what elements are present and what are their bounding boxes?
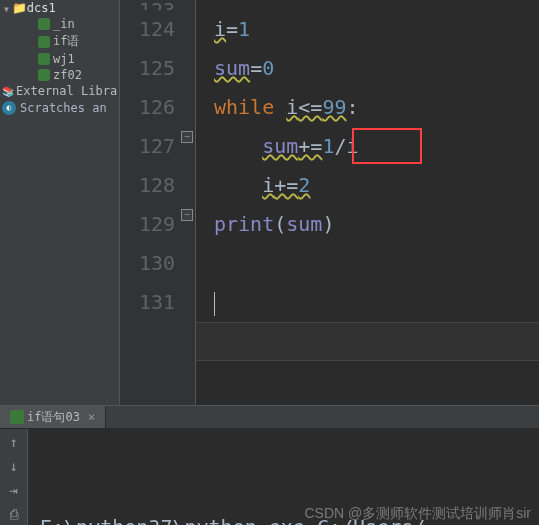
gutter[interactable]: 123 124 125 126 − 127 128 − 129 130 131 <box>120 0 196 405</box>
file-label: _in <box>53 17 75 31</box>
tree-file-wj1[interactable]: wj1 <box>0 51 119 67</box>
code-line-131 <box>214 283 539 322</box>
line-number: 125 <box>120 49 175 88</box>
watermark: CSDN @多测师软件测试培训师肖sir <box>304 505 531 523</box>
code-line-127: sum+=1/i <box>214 127 539 166</box>
text-cursor <box>214 292 215 316</box>
line-number: 131 <box>120 283 175 322</box>
library-icon <box>2 84 16 98</box>
lib-label: External Libra <box>16 84 117 98</box>
python-file-icon <box>38 69 50 81</box>
fold-end-icon[interactable]: − <box>181 209 193 221</box>
tree-file-zf02[interactable]: zf02 <box>0 67 119 83</box>
scroll-down-button[interactable]: ↓ <box>5 457 23 475</box>
expand-icon[interactable] <box>4 1 12 15</box>
console-toolbar: ↑ ↓ ⇥ ⎙ <box>0 429 28 525</box>
tab-label: if语句03 <box>27 409 80 426</box>
fold-start-icon[interactable]: − <box>181 131 193 143</box>
file-label: zf02 <box>53 68 82 82</box>
soft-wrap-button[interactable]: ⇥ <box>5 481 23 499</box>
code-editor[interactable]: 123 124 125 126 − 127 128 − 129 130 131 … <box>120 0 539 405</box>
code-line-128: i+=2 <box>214 166 539 205</box>
file-label: if语 <box>53 33 79 50</box>
line-number: 126 <box>120 88 175 127</box>
code-line-126: while i<=99: <box>214 88 539 127</box>
tree-file-if[interactable]: if语 <box>0 32 119 51</box>
line-number: 127 <box>120 127 175 166</box>
code-line-129: print(sum) <box>214 205 539 244</box>
code-line-125: sum=0 <box>214 49 539 88</box>
folder-label: dcs1 <box>27 1 56 15</box>
code-area[interactable]: i=1 sum=0 while i<=99: sum+=1/i i+=2 pri… <box>196 0 539 405</box>
tree-file-init[interactable]: _in <box>0 16 119 32</box>
python-file-icon <box>38 36 50 48</box>
scratches-label: Scratches an <box>20 101 107 115</box>
folder-icon: 📁 <box>12 1 27 15</box>
scratches-row[interactable]: ◐ Scratches an <box>0 99 119 117</box>
code-line-124: i=1 <box>214 10 539 49</box>
python-file-icon <box>38 18 50 30</box>
line-number: 124 <box>120 10 175 49</box>
close-icon[interactable]: × <box>88 410 95 424</box>
line-number: 123 <box>120 0 175 10</box>
line-number: 128 <box>120 166 175 205</box>
scroll-up-button[interactable]: ↑ <box>5 433 23 451</box>
file-label: wj1 <box>53 52 75 66</box>
external-libraries[interactable]: External Libra <box>0 83 119 99</box>
print-button[interactable]: ⎙ <box>5 505 23 523</box>
run-tab[interactable]: if语句03 × <box>0 406 106 428</box>
current-line-highlight <box>196 322 539 361</box>
python-file-icon <box>38 53 50 65</box>
code-line <box>214 0 539 10</box>
line-number: 130 <box>120 244 175 283</box>
code-line-130 <box>214 244 539 283</box>
tree-folder-dcs1[interactable]: 📁 dcs1 <box>0 0 119 16</box>
scratch-icon: ◐ <box>2 101 16 115</box>
run-tab-bar: if语句03 × <box>0 405 539 429</box>
line-number: 129 <box>120 205 175 244</box>
python-file-icon <box>10 410 24 424</box>
project-sidebar[interactable]: 📁 dcs1 _in if语 wj1 zf02 External Libra ◐… <box>0 0 120 405</box>
